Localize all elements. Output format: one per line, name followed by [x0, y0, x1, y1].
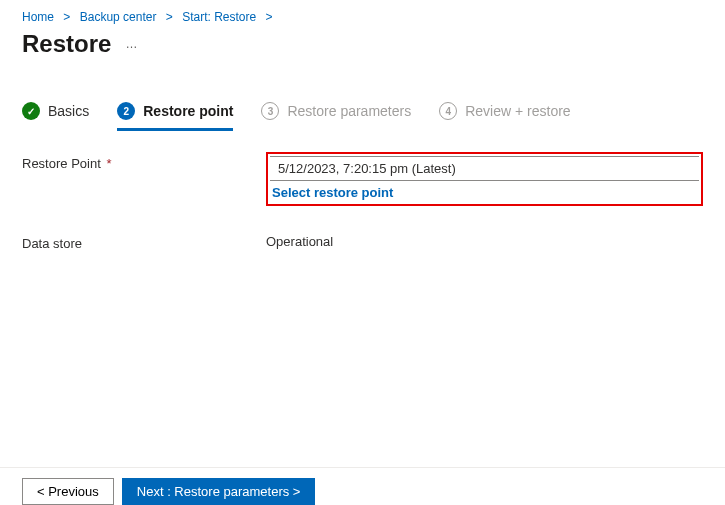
- restore-point-input[interactable]: [270, 156, 699, 181]
- restore-point-row: Restore Point * Select restore point: [22, 154, 703, 206]
- data-store-label: Data store: [22, 234, 266, 251]
- breadcrumb: Home > Backup center > Start: Restore >: [0, 0, 725, 28]
- next-button[interactable]: Next : Restore parameters >: [122, 478, 316, 505]
- tab-restore-point[interactable]: 2 Restore point: [117, 102, 233, 131]
- form-area: Restore Point * Select restore point Dat…: [0, 128, 725, 305]
- breadcrumb-item-start-restore[interactable]: Start: Restore: [182, 10, 256, 24]
- checkmark-icon: ✓: [22, 102, 40, 120]
- more-actions-button[interactable]: …: [125, 37, 139, 51]
- wizard-tabs: ✓ Basics 2 Restore point 3 Restore param…: [0, 76, 725, 128]
- tab-basics[interactable]: ✓ Basics: [22, 102, 89, 128]
- chevron-right-icon: >: [160, 10, 179, 24]
- wizard-footer: < Previous Next : Restore parameters >: [0, 467, 725, 505]
- tab-label: Basics: [48, 103, 89, 119]
- data-store-value: Operational: [266, 234, 703, 249]
- chevron-right-icon: >: [57, 10, 76, 24]
- step-number-icon: 2: [117, 102, 135, 120]
- label-text: Restore Point: [22, 156, 101, 171]
- breadcrumb-item-backup-center[interactable]: Backup center: [80, 10, 157, 24]
- step-number-icon: 4: [439, 102, 457, 120]
- restore-point-highlight: Select restore point: [266, 152, 703, 206]
- tab-review-restore[interactable]: 4 Review + restore: [439, 102, 570, 128]
- step-number-icon: 3: [261, 102, 279, 120]
- page-title: Restore: [22, 30, 111, 58]
- tab-restore-parameters[interactable]: 3 Restore parameters: [261, 102, 411, 128]
- tab-label: Restore parameters: [287, 103, 411, 119]
- tab-label: Restore point: [143, 103, 233, 119]
- data-store-row: Data store Operational: [22, 234, 703, 251]
- breadcrumb-item-home[interactable]: Home: [22, 10, 54, 24]
- restore-point-label: Restore Point *: [22, 154, 266, 171]
- select-restore-point-link[interactable]: Select restore point: [270, 181, 699, 202]
- tab-label: Review + restore: [465, 103, 570, 119]
- previous-button[interactable]: < Previous: [22, 478, 114, 505]
- required-marker: *: [106, 156, 111, 171]
- page-header: Restore …: [0, 28, 725, 76]
- chevron-right-icon: >: [260, 10, 279, 24]
